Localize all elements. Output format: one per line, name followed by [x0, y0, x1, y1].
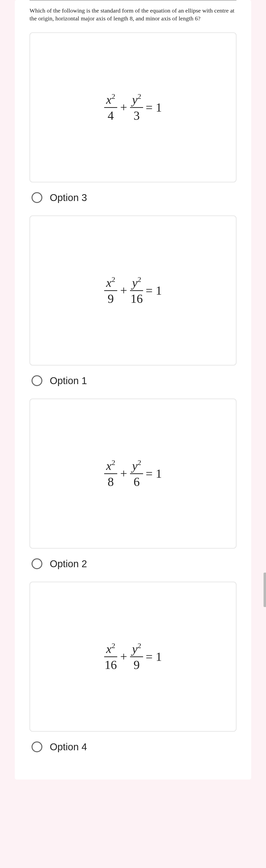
- fraction-x: x2 9: [104, 276, 117, 305]
- option-row[interactable]: Option 3: [30, 192, 236, 203]
- equation-image-box: x2 4 + y2 3 = 1: [30, 32, 236, 182]
- var-x: x: [106, 276, 112, 289]
- var-y: y: [132, 642, 137, 656]
- equals-one: = 1: [144, 650, 162, 664]
- denominator-x: 16: [104, 657, 117, 671]
- denominator-y: 9: [133, 657, 140, 671]
- denominator-x: 4: [108, 108, 114, 122]
- denominator-x: 9: [108, 291, 114, 305]
- equals-one: = 1: [144, 466, 162, 481]
- equals-one: = 1: [144, 100, 162, 115]
- squared: 2: [137, 458, 141, 466]
- option-row[interactable]: Option 4: [30, 741, 236, 752]
- var-y: y: [132, 93, 137, 106]
- squared: 2: [137, 642, 141, 650]
- option-block: x2 16 + y2 9 = 1 Option 4: [30, 582, 236, 752]
- plus-sign: +: [119, 283, 129, 298]
- squared: 2: [137, 275, 141, 283]
- fraction-x: x2 4: [104, 93, 117, 122]
- equation: x2 8 + y2 6 = 1: [104, 459, 162, 488]
- equals-one: = 1: [144, 283, 162, 298]
- radio-button[interactable]: [31, 741, 42, 752]
- fraction-y: y2 9: [130, 642, 143, 671]
- denominator-y: 6: [133, 474, 140, 488]
- var-y: y: [132, 459, 137, 473]
- question-header: Which of the following is the standard f…: [30, 0, 236, 32]
- var-y: y: [132, 276, 137, 289]
- equation: x2 16 + y2 9 = 1: [104, 642, 162, 671]
- fraction-y: y2 6: [130, 459, 143, 488]
- radio-button[interactable]: [31, 558, 42, 569]
- var-x: x: [106, 93, 112, 106]
- var-x: x: [106, 459, 112, 473]
- question-text: Which of the following is the standard f…: [30, 7, 236, 23]
- option-label: Option 2: [50, 558, 87, 569]
- denominator-x: 8: [108, 474, 114, 488]
- option-label: Option 4: [50, 741, 87, 752]
- squared: 2: [112, 642, 115, 650]
- equation: x2 4 + y2 3 = 1: [104, 93, 162, 122]
- option-label: Option 3: [50, 192, 87, 203]
- option-block: x2 8 + y2 6 = 1 Option 2: [30, 399, 236, 569]
- option-label: Option 1: [50, 375, 87, 386]
- squared: 2: [112, 92, 115, 100]
- squared: 2: [137, 92, 141, 100]
- fraction-y: y2 16: [130, 276, 143, 305]
- equation-image-box: x2 8 + y2 6 = 1: [30, 399, 236, 549]
- scrollbar-indicator[interactable]: [264, 572, 266, 607]
- var-x: x: [106, 642, 112, 656]
- equation-image-box: x2 16 + y2 9 = 1: [30, 582, 236, 732]
- equation-image-box: x2 9 + y2 16 = 1: [30, 216, 236, 366]
- option-block: x2 9 + y2 16 = 1 Option 1: [30, 216, 236, 386]
- fraction-y: y2 3: [130, 93, 143, 122]
- question-card: Which of the following is the standard f…: [15, 0, 251, 779]
- plus-sign: +: [119, 466, 129, 481]
- radio-button[interactable]: [31, 192, 42, 203]
- squared: 2: [112, 458, 115, 466]
- squared: 2: [112, 275, 115, 283]
- option-block: x2 4 + y2 3 = 1 Option 3: [30, 32, 236, 203]
- equation: x2 9 + y2 16 = 1: [104, 276, 162, 305]
- radio-button[interactable]: [31, 375, 42, 386]
- option-row[interactable]: Option 2: [30, 558, 236, 569]
- plus-sign: +: [119, 100, 129, 115]
- denominator-y: 16: [131, 291, 143, 305]
- option-row[interactable]: Option 1: [30, 375, 236, 386]
- fraction-x: x2 16: [104, 642, 117, 671]
- fraction-x: x2 8: [104, 459, 117, 488]
- plus-sign: +: [119, 650, 129, 664]
- denominator-y: 3: [133, 108, 140, 122]
